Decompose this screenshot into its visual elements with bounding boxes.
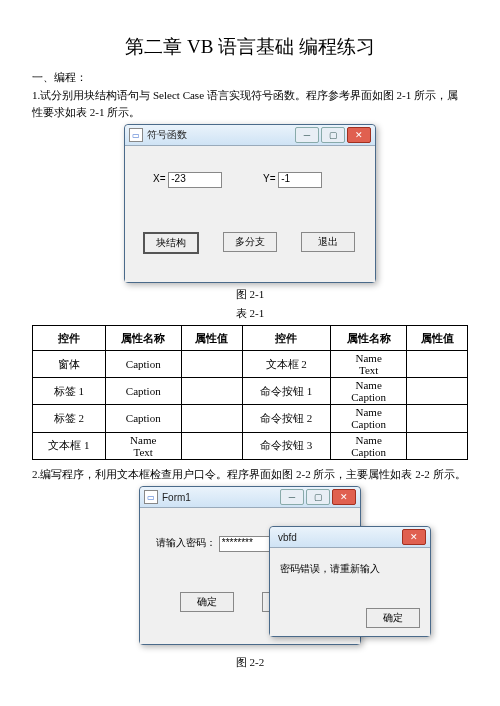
close-button[interactable]: ✕ <box>347 127 371 143</box>
close-button[interactable]: ✕ <box>402 529 426 545</box>
minimize-button[interactable]: ─ <box>280 489 304 505</box>
table-row: 标签 2 Caption 命令按钮 2 NameCaption <box>33 405 468 432</box>
question-1: 1.试分别用块结构语句与 Select Case 语言实现符号函数。程序参考界面… <box>32 87 468 120</box>
figure-2-msgbox: vbfd ✕ 密码错误，请重新输入 确定 <box>269 526 431 637</box>
section-heading: 一、编程： <box>32 70 468 85</box>
maximize-button[interactable]: ▢ <box>306 489 330 505</box>
th-control-2: 控件 <box>242 326 330 351</box>
table-row: 文本框 1 NameText 命令按钮 3 NameCaption <box>33 432 468 459</box>
figure-1-caption: 图 2-1 <box>32 287 468 302</box>
th-propname-2: 属性名称 <box>330 326 406 351</box>
table-row: 标签 1 Caption 命令按钮 1 NameCaption <box>33 378 468 405</box>
exit-button[interactable]: 退出 <box>301 232 355 252</box>
minimize-button[interactable]: ─ <box>295 127 319 143</box>
msgbox-ok-button[interactable]: 确定 <box>366 608 420 628</box>
close-button[interactable]: ✕ <box>332 489 356 505</box>
th-propval-1: 属性值 <box>181 326 242 351</box>
titlebar: vbfd ✕ <box>270 527 430 548</box>
app-icon: ▭ <box>144 490 158 504</box>
msgbox-text: 密码错误，请重新输入 <box>280 562 380 576</box>
maximize-button[interactable]: ▢ <box>321 127 345 143</box>
ok-button[interactable]: 确定 <box>180 592 234 612</box>
multi-branch-button[interactable]: 多分支 <box>223 232 277 252</box>
textbox-y[interactable]: -1 <box>278 172 322 188</box>
question-2: 2.编写程序，利用文本框检查用户口令。程序界面如图 2-2 所示，主要属性如表 … <box>32 466 468 483</box>
table-caption: 表 2-1 <box>32 306 468 321</box>
textbox-x[interactable]: -23 <box>168 172 222 188</box>
window-title: Form1 <box>162 492 280 503</box>
block-struct-button[interactable]: 块结构 <box>143 232 199 254</box>
password-label: 请输入密码： <box>156 537 216 548</box>
th-propval-2: 属性值 <box>407 326 468 351</box>
label-y: Y= <box>263 173 276 184</box>
page-title: 第二章 VB 语言基础 编程练习 <box>32 34 468 60</box>
figure-1-window: ▭ 符号函数 ─ ▢ ✕ X= -23 Y= -1 块结构 <box>124 124 376 283</box>
titlebar: ▭ 符号函数 ─ ▢ ✕ <box>125 125 375 146</box>
app-icon: ▭ <box>129 128 143 142</box>
table-row: 窗体 Caption 文本框 2 NameText <box>33 351 468 378</box>
window-title: 符号函数 <box>147 128 295 142</box>
th-propname-1: 属性名称 <box>105 326 181 351</box>
msgbox-title: vbfd <box>278 532 402 543</box>
label-x: X= <box>153 173 166 184</box>
figure-2-caption: 图 2-2 <box>32 655 468 670</box>
titlebar: ▭ Form1 ─ ▢ ✕ <box>140 487 360 508</box>
th-control-1: 控件 <box>33 326 106 351</box>
property-table: 控件 属性名称 属性值 控件 属性名称 属性值 窗体 Caption 文本框 2… <box>32 325 468 460</box>
